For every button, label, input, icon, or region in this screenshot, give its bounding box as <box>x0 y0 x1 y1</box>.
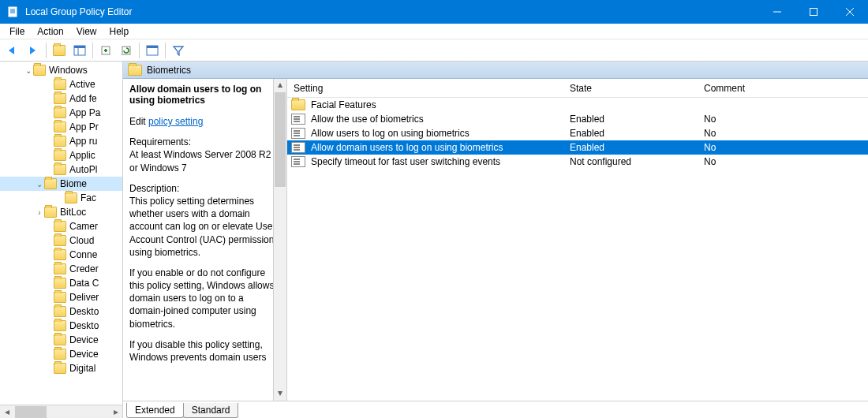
cell-state <box>563 99 576 110</box>
maximize-button[interactable] <box>795 0 832 24</box>
show-hide-tree-button[interactable] <box>70 41 89 60</box>
refresh-button[interactable] <box>117 41 136 60</box>
minimize-button[interactable] <box>759 0 795 24</box>
navigation-tree[interactable]: ⌄WindowsActiveAdd feApp PaApp PrApp ruAp… <box>0 62 123 418</box>
col-setting[interactable]: Setting <box>287 80 563 97</box>
tree-horizontal-scrollbar[interactable]: ◂▸ <box>0 405 122 418</box>
tree-item[interactable]: Deskto <box>0 319 122 333</box>
menu-file[interactable]: File <box>5 24 29 39</box>
tree-item-label: BitLoc <box>60 207 86 218</box>
forward-button[interactable] <box>24 41 43 60</box>
svg-rect-5 <box>810 9 817 16</box>
requirements-label: Requirements: <box>129 136 191 147</box>
tree-item[interactable]: Deskto <box>0 304 122 319</box>
close-button[interactable] <box>832 0 868 24</box>
grid-row[interactable]: Specify timeout for fast user switching … <box>287 155 868 169</box>
cell-setting: Facial Features <box>305 99 383 110</box>
selected-policy-title: Allow domain users to log on using biome… <box>129 84 280 106</box>
tree-expand-icon[interactable]: › <box>35 208 44 217</box>
tree-item[interactable]: Conne <box>0 248 122 262</box>
description-p2: If you enable or do not configure this p… <box>129 267 280 330</box>
filter-button[interactable] <box>169 41 188 60</box>
tree-item-label: Windows <box>49 65 88 76</box>
cell-state: Not configured <box>563 156 638 167</box>
tree-item-label: Data C <box>69 278 99 289</box>
cell-comment: No <box>698 142 722 153</box>
grid-row[interactable]: Allow users to log on using biometricsEn… <box>287 126 868 140</box>
tab-standard[interactable]: Standard <box>183 403 239 418</box>
tree-item[interactable]: Active <box>0 77 122 91</box>
col-comment[interactable]: Comment <box>698 80 868 97</box>
cell-setting: Allow the use of biometrics <box>305 114 430 125</box>
tree-item[interactable]: ⌄Biome <box>0 177 122 191</box>
grid-row[interactable]: Facial Features <box>287 98 868 112</box>
tree-item-label: Deliver <box>69 292 99 303</box>
tree-item[interactable]: App ru <box>0 134 122 148</box>
tree-item[interactable]: Cloud <box>0 233 122 248</box>
tree-item-label: Camer <box>69 221 98 232</box>
tab-extended[interactable]: Extended <box>126 403 184 418</box>
tree-item[interactable]: Camer <box>0 219 122 233</box>
breadcrumb-label: Biometrics <box>147 65 191 76</box>
tree-item[interactable]: App Pa <box>0 106 122 120</box>
tree-item[interactable]: Creder <box>0 262 122 276</box>
tree-item[interactable]: Data C <box>0 276 122 290</box>
folder-open-icon <box>128 65 142 76</box>
tree-item[interactable]: Deliver <box>0 290 122 304</box>
svg-rect-9 <box>74 46 85 48</box>
grid-row[interactable]: Allow domain users to log on using biome… <box>287 140 868 155</box>
folder-icon <box>54 221 66 232</box>
col-state[interactable]: State <box>563 80 698 97</box>
tree-item-label: Device <box>69 349 99 360</box>
tree-item[interactable]: Digital <box>0 361 122 375</box>
properties-button[interactable] <box>143 41 162 60</box>
cell-state: Enabled <box>563 128 611 139</box>
menu-view[interactable]: View <box>72 24 102 39</box>
folder-icon <box>54 79 66 90</box>
tree-item[interactable]: Add fe <box>0 91 122 106</box>
folder-icon <box>54 292 66 303</box>
tree-item[interactable]: ⌄Windows <box>0 63 122 77</box>
cell-setting: Allow domain users to log on using biome… <box>305 142 509 153</box>
cell-setting: Allow users to log on using biometrics <box>305 128 476 139</box>
menu-action[interactable]: Action <box>32 24 68 39</box>
tree-item[interactable]: Fac <box>0 191 122 205</box>
back-button[interactable] <box>3 41 22 60</box>
menu-help[interactable]: Help <box>105 24 134 39</box>
view-tabs: Extended Standard <box>123 401 868 418</box>
tree-expand-icon[interactable]: ⌄ <box>24 66 33 75</box>
grid-row[interactable]: Allow the use of biometricsEnabledNo <box>287 112 868 126</box>
grid-header[interactable]: Setting State Comment <box>287 79 868 98</box>
tree-item[interactable]: App Pr <box>0 120 122 134</box>
folder-icon <box>54 349 66 360</box>
folder-icon <box>54 235 66 246</box>
folder-icon <box>54 363 66 374</box>
tree-item-label: Add fe <box>69 93 97 104</box>
app-icon <box>5 6 21 17</box>
description-scrollbar[interactable]: ▴▾ <box>273 79 286 401</box>
tree-item-label: AutoPl <box>69 164 97 175</box>
tree-item-label: Applic <box>69 150 95 161</box>
cell-state: Enabled <box>563 142 611 153</box>
tree-item[interactable]: Applic <box>0 148 122 162</box>
up-folder-button[interactable] <box>50 41 69 60</box>
folder-icon <box>54 164 66 175</box>
folder-icon <box>44 207 57 218</box>
tree-item[interactable]: ›BitLoc <box>0 205 122 219</box>
tree-item-label: App ru <box>69 136 97 147</box>
description-p3: If you disable this policy setting, Wind… <box>129 338 280 364</box>
tree-item-label: Fac <box>80 192 96 203</box>
tree-item-label: App Pr <box>69 121 99 132</box>
export-button[interactable] <box>96 41 115 60</box>
folder-icon <box>292 99 305 111</box>
tree-item[interactable]: Device <box>0 333 122 347</box>
folder-icon <box>54 93 66 104</box>
tree-expand-icon[interactable]: ⌄ <box>35 180 44 188</box>
title-bar: Local Group Policy Editor <box>0 0 868 24</box>
tree-item-label: Active <box>69 79 95 90</box>
edit-policy-link[interactable]: policy setting <box>148 116 203 127</box>
tree-item[interactable]: AutoPl <box>0 162 122 177</box>
tree-item[interactable]: Device <box>0 347 122 361</box>
description-label: Description: <box>129 183 179 194</box>
tree-item-label: Device <box>69 334 99 345</box>
